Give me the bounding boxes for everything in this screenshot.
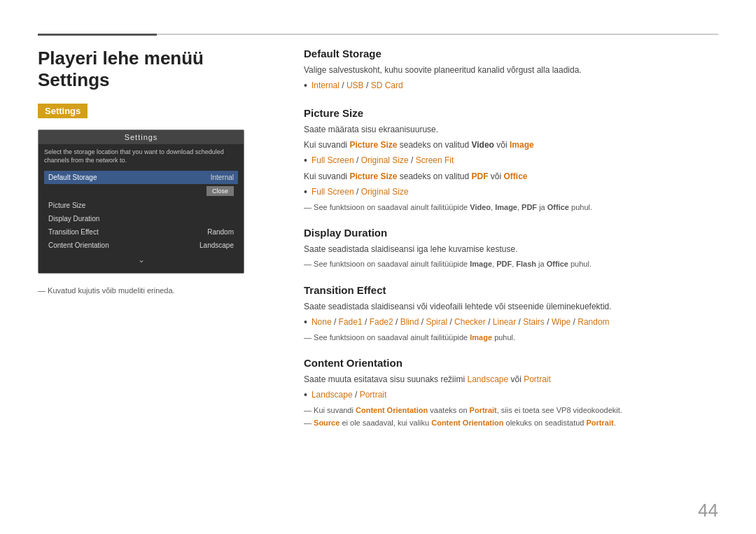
bullet-dot: •: [304, 79, 307, 93]
note-picture-size: See funktsioon on saadaval ainult failit…: [304, 202, 718, 213]
mock-item-label-content-orientation: Content Orientation: [48, 241, 109, 249]
section-picture-size: Picture Size Saate määrata sisu ekraanis…: [304, 107, 718, 213]
bullet-dot-3: •: [304, 185, 307, 199]
section-desc-picture-size-1: Saate määrata sisu ekraanisuuruse.: [304, 123, 718, 136]
bullet-dot-2: •: [304, 154, 307, 168]
page-number: 44: [698, 500, 718, 521]
link-stairs: Stairs: [523, 317, 545, 327]
mock-menu-item-transition-effect[interactable]: Transition Effect Random: [44, 225, 238, 239]
bullet-default-storage: • Internal / USB / SD Card: [304, 79, 718, 93]
section-title-display-duration: Display Duration: [304, 227, 718, 239]
link-usb: USB: [346, 80, 364, 90]
note-te-image: Image: [470, 333, 492, 342]
bullet-dot-4: •: [304, 316, 307, 330]
note-dd-pdf: PDF: [496, 260, 512, 268]
section-desc-picture-size-2: Kui suvandi Picture Size seadeks on vali…: [304, 139, 718, 152]
note-co-portrait-2: Portrait: [587, 419, 614, 427]
mock-close-button[interactable]: Close: [206, 186, 234, 196]
ps-office: Office: [504, 171, 528, 181]
mock-screen-body: Select the storage location that you wan…: [38, 144, 244, 272]
bullet-picture-size-2: • Full Screen / Original Size: [304, 185, 718, 199]
link-internal: Internal: [312, 80, 340, 90]
mock-item-value-transition-effect: Random: [207, 228, 234, 236]
note-co-source: Source: [314, 419, 340, 427]
section-desc-picture-size-3: Kui suvandi Picture Size seadeks on vali…: [304, 170, 718, 183]
link-original-size-2: Original Size: [361, 187, 409, 197]
link-full-screen-2: Full Screen: [312, 187, 354, 197]
link-checker: Checker: [454, 317, 486, 327]
section-desc-display-duration: Saate seadistada slaidiseansi iga lehe k…: [304, 243, 718, 256]
mock-screen-title: Settings: [38, 130, 244, 144]
section-default-storage: Default Storage Valige salvestuskoht, ku…: [304, 48, 718, 93]
ps-bold-1: Picture Size: [349, 140, 397, 150]
settings-badge: Settings: [38, 104, 88, 118]
link-wipe: Wipe: [552, 317, 570, 327]
note-ps-pdf: PDF: [522, 203, 537, 211]
bullet-text-content-orientation: Landscape / Portrait: [312, 388, 386, 402]
bullet-text-picture-size-2: Full Screen / Original Size: [312, 185, 409, 199]
link-landscape-desc: Landscape: [467, 374, 508, 384]
mock-item-label-display-duration: Display Duration: [48, 215, 99, 223]
mock-item-label-picture-size: Picture Size: [48, 202, 85, 209]
section-desc-transition-effect: Saate seadistada slaidiseansi või videof…: [304, 300, 718, 314]
link-random: Random: [578, 317, 609, 327]
page-content: Playeri lehe menüü Settings Settings Set…: [38, 48, 718, 506]
link-sd-card: SD Card: [371, 80, 403, 90]
link-fade1: Fade1: [339, 317, 363, 327]
ps-video: Video: [471, 140, 493, 150]
section-content-orientation: Content Orientation Saate muuta esitatav…: [304, 357, 718, 429]
note-ps-office: Office: [547, 203, 569, 211]
link-spiral: Spiral: [426, 317, 447, 327]
bullet-dot-5: •: [304, 388, 307, 402]
mock-menu-item-content-orientation[interactable]: Content Orientation Landscape: [44, 239, 238, 252]
section-desc-default-storage: Valige salvestuskoht, kuhu soovite plane…: [304, 64, 718, 77]
bullet-picture-size-1: • Full Screen / Original Size / Screen F…: [304, 154, 718, 168]
section-transition-effect: Transition Effect Saate seadistada slaid…: [304, 284, 718, 343]
link-fade2: Fade2: [370, 317, 393, 327]
note-co-portrait-1: Portrait: [470, 406, 497, 414]
section-title-default-storage: Default Storage: [304, 48, 718, 59]
mock-item-label-transition-effect: Transition Effect: [48, 228, 99, 236]
mock-chevron: ⌄: [44, 252, 238, 269]
section-title-picture-size: Picture Size: [304, 107, 718, 119]
left-footnote: Kuvatud kujutis võib mudeliti erineda.: [38, 286, 276, 295]
link-full-screen-1: Full Screen: [312, 155, 354, 165]
section-display-duration: Display Duration Saate seadistada slaidi…: [304, 227, 718, 270]
bullet-text-default-storage: Internal / USB / SD Card: [312, 79, 403, 92]
note-dd-image: Image: [470, 260, 492, 268]
note-dd-flash: Flash: [516, 260, 536, 268]
note-transition-effect: See funktsioon on saadaval ainult failit…: [304, 332, 718, 344]
section-title-content-orientation: Content Orientation: [304, 357, 718, 369]
link-screen-fit: Screen Fit: [416, 155, 454, 165]
mock-menu-item-picture-size[interactable]: Picture Size: [44, 199, 238, 212]
link-original-size-1: Original Size: [361, 155, 409, 165]
mock-item-value-default-storage: Internal: [211, 174, 234, 181]
mock-screen-desc: Select the storage location that you wan…: [44, 148, 238, 164]
ps-image: Image: [510, 140, 534, 150]
link-portrait: Portrait: [360, 390, 387, 400]
note-ps-video: Video: [470, 203, 491, 211]
link-none: None: [312, 317, 332, 327]
section-title-transition-effect: Transition Effect: [304, 284, 718, 296]
note-dd-office: Office: [547, 260, 568, 268]
bullet-text-transition-effect: None / Fade1 / Fade2 / Blind / Spiral / …: [312, 316, 610, 329]
page-title: Playeri lehe menüü Settings: [38, 48, 276, 91]
mock-screen: Settings Select the storage location tha…: [38, 129, 244, 273]
link-portrait-desc: Portrait: [524, 374, 551, 384]
top-line-accent: [38, 34, 157, 36]
mock-menu-item-default-storage[interactable]: Default Storage Internal: [44, 171, 238, 184]
note-co-content-orientation: Content Orientation: [431, 419, 503, 427]
note-co-bold: Content Orientation: [356, 406, 428, 414]
bullet-text-picture-size-1: Full Screen / Original Size / Screen Fit: [312, 154, 454, 167]
mock-close-area: Close: [44, 184, 238, 199]
link-linear: Linear: [493, 317, 516, 327]
note-ps-image: Image: [495, 203, 517, 211]
mock-item-value-content-orientation: Landscape: [200, 241, 234, 249]
right-column: Default Storage Valige salvestuskoht, ku…: [304, 48, 718, 443]
bullet-content-orientation: • Landscape / Portrait: [304, 388, 718, 402]
link-landscape: Landscape: [312, 390, 353, 400]
mock-menu-item-display-duration[interactable]: Display Duration: [44, 212, 238, 225]
note-content-orientation-2: Source ei ole saadaval, kui valiku Conte…: [304, 417, 718, 429]
ps-pdf: PDF: [471, 171, 488, 181]
mock-item-label-default-storage: Default Storage: [48, 174, 97, 181]
